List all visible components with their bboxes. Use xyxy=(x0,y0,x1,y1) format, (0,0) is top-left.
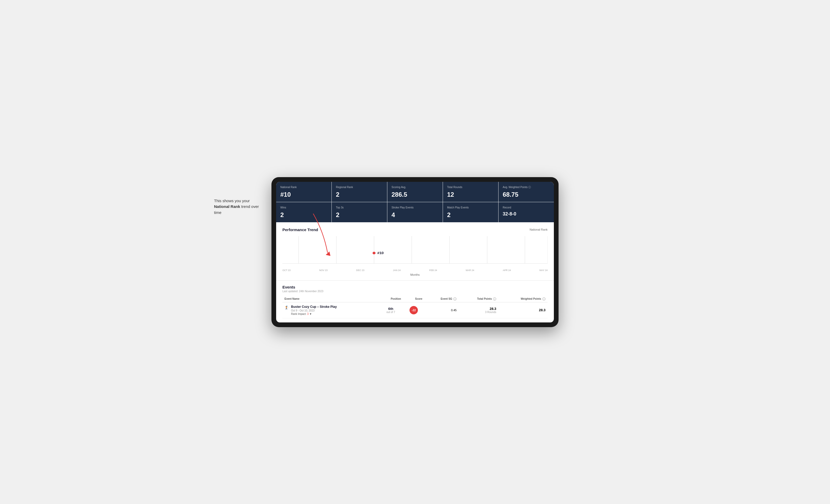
stat-wins: Wins 2 xyxy=(276,202,331,222)
chart-x-title: Months xyxy=(282,273,548,276)
info-icon-wp: i xyxy=(542,297,545,301)
chart-subtitle: National Rank xyxy=(530,228,548,231)
event-position-main: 6th xyxy=(381,307,401,311)
stat-record-value: 32-8-0 xyxy=(503,211,550,217)
stat-wins-value: 2 xyxy=(280,211,327,219)
event-rank-impact: Rank Impact: 3 ▼ xyxy=(291,312,337,315)
performance-chart-section: Performance Trend National Rank xyxy=(276,222,554,281)
weighted-points-cell: 28.3 xyxy=(498,302,548,318)
stat-match-play-value: 2 xyxy=(447,211,494,219)
event-name-content: 🏌️ Buster Cozy Cup – Stroke Play Oct 9 -… xyxy=(285,305,376,315)
tablet-device: National Rank #10 Regional Rank 2 Scorin… xyxy=(272,177,558,327)
stat-regional-rank: Regional Rank 2 xyxy=(332,182,387,202)
chart-x-labels: OCT 23 NOV 23 DEC 23 JAN 24 FEB 24 MAR 2… xyxy=(282,267,548,272)
stat-record-label: Record xyxy=(503,206,550,209)
chart-area: #10 xyxy=(282,236,548,267)
weighted-points-value: 28.3 xyxy=(539,308,545,312)
stat-top3s-label: Top 3s xyxy=(336,206,383,209)
stat-record: Record 32-8-0 xyxy=(499,202,554,222)
chart-svg: #10 xyxy=(282,236,548,267)
events-last-updated: Last updated: 24th November 2023 xyxy=(282,290,548,293)
event-position-cell: 6th out of 7 xyxy=(379,302,403,318)
stat-stroke-play-value: 4 xyxy=(391,211,439,219)
stat-total-rounds: Total Rounds 12 xyxy=(443,182,498,202)
chart-title: Performance Trend xyxy=(282,228,318,232)
stat-avg-weighted-label: Avg. Weighted Points ⓘ xyxy=(503,186,550,189)
event-name-cell: 🏌️ Buster Cozy Cup – Stroke Play Oct 9 -… xyxy=(282,302,379,318)
event-sg-cell: 0.45 xyxy=(424,302,458,318)
x-label-jan24: JAN 24 xyxy=(393,269,401,272)
x-label-mar24: MAR 24 xyxy=(466,269,474,272)
x-label-feb24: FEB 24 xyxy=(429,269,437,272)
annotation-bold: National Rank xyxy=(214,204,240,209)
x-label-nov23: NOV 23 xyxy=(319,269,327,272)
table-row: 🏌️ Buster Cozy Cup – Stroke Play Oct 9 -… xyxy=(282,302,548,318)
events-title: Events xyxy=(282,285,548,289)
x-label-may24: MAY 24 xyxy=(540,269,548,272)
stat-total-rounds-value: 12 xyxy=(447,191,494,198)
stats-row1: National Rank #10 Regional Rank 2 Scorin… xyxy=(276,182,554,202)
stat-scoring-avg-value: 286.5 xyxy=(391,191,439,198)
stats-row2: Wins 2 Top 3s 2 Stroke Play Events 4 Mat… xyxy=(276,202,554,222)
stat-national-rank-label: National Rank xyxy=(280,186,327,189)
total-points-sub: 3 Rounds xyxy=(461,311,496,313)
events-section: Events Last updated: 24th November 2023 … xyxy=(276,281,554,323)
event-details: Buster Cozy Cup – Stroke Play Oct 9 - Oc… xyxy=(291,305,337,315)
col-total-points: Total Points i xyxy=(458,296,498,302)
stat-total-rounds-label: Total Rounds xyxy=(447,186,494,189)
event-date: Oct 9 - Oct 10, 2023 xyxy=(291,309,337,312)
col-weighted-points: Weighted Points i xyxy=(498,296,548,302)
x-label-dec23: DEC 23 xyxy=(356,269,364,272)
svg-point-10 xyxy=(373,252,375,254)
stat-top3s-value: 2 xyxy=(336,211,383,219)
col-event-name: Event Name xyxy=(282,296,379,302)
x-label-apr24: APR 24 xyxy=(503,269,511,272)
col-position: Position xyxy=(379,296,403,302)
rank-impact-arrow: ▼ xyxy=(309,312,312,315)
stat-stroke-play-label: Stroke Play Events xyxy=(391,206,439,209)
rank-impact-value: 3 xyxy=(307,312,309,315)
total-points-main: 28.3 xyxy=(461,307,496,311)
annotation-text: This shows you your National Rank trend … xyxy=(214,198,266,216)
x-label-oct23: OCT 23 xyxy=(282,269,290,272)
events-table: Event Name Position Score Event SG i Tot… xyxy=(282,296,548,318)
event-icon: 🏌️ xyxy=(285,305,289,310)
event-score-cell: -22 xyxy=(403,302,424,318)
stat-avg-weighted: Avg. Weighted Points ⓘ 68.75 xyxy=(499,182,554,202)
total-points-cell: 28.3 3 Rounds xyxy=(458,302,498,318)
stat-wins-label: Wins xyxy=(280,206,327,209)
stat-match-play-label: Match Play Events xyxy=(447,206,494,209)
stat-national-rank-value: #10 xyxy=(280,191,327,198)
stat-stroke-play: Stroke Play Events 4 xyxy=(387,202,443,222)
tablet-screen: National Rank #10 Regional Rank 2 Scorin… xyxy=(276,182,554,323)
svg-text:#10: #10 xyxy=(377,251,384,255)
info-icon-tp: i xyxy=(493,297,496,301)
event-position-sub: out of 7 xyxy=(381,311,401,313)
scene: This shows you your National Rank trend … xyxy=(272,177,558,327)
stat-national-rank: National Rank #10 xyxy=(276,182,331,202)
stat-scoring-avg-label: Scoring Avg. xyxy=(391,186,439,189)
stat-regional-rank-label: Regional Rank xyxy=(336,186,383,189)
stat-match-play: Match Play Events 2 xyxy=(443,202,498,222)
chart-header: Performance Trend National Rank xyxy=(282,228,548,232)
score-badge: -22 xyxy=(410,306,418,314)
stat-scoring-avg: Scoring Avg. 286.5 xyxy=(387,182,443,202)
col-event-sg: Event SG i xyxy=(424,296,458,302)
event-name-text: Buster Cozy Cup – Stroke Play xyxy=(291,305,337,309)
stat-regional-rank-value: 2 xyxy=(336,191,383,198)
stat-avg-weighted-value: 68.75 xyxy=(503,191,550,198)
event-sg-value: 0.45 xyxy=(451,309,456,312)
col-score: Score xyxy=(403,296,424,302)
info-icon-sg: i xyxy=(453,297,456,301)
stat-top3s: Top 3s 2 xyxy=(332,202,387,222)
events-table-header-row: Event Name Position Score Event SG i Tot… xyxy=(282,296,548,302)
